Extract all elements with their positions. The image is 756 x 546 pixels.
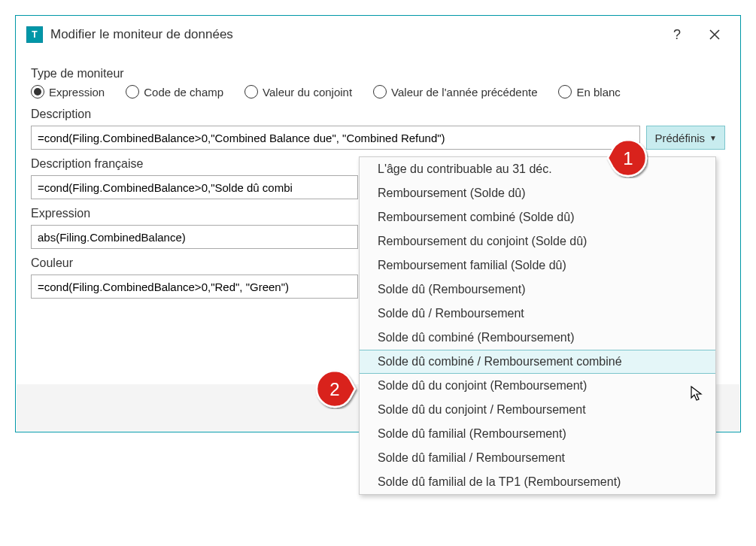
description-fr-input[interactable] bbox=[31, 175, 358, 199]
radio-label: Code de champ bbox=[144, 86, 223, 99]
radio-prev-year-value[interactable]: Valeur de l'année précédente bbox=[373, 85, 537, 99]
description-input[interactable] bbox=[31, 126, 640, 150]
radio-label: Valeur du conjoint bbox=[263, 86, 352, 99]
radio-expression[interactable]: Expression bbox=[31, 85, 105, 99]
titlebar: T Modifier le moniteur de données ? bbox=[16, 16, 740, 53]
radio-field-code[interactable]: Code de champ bbox=[126, 85, 223, 99]
dialog-title: Modifier le moniteur de données bbox=[50, 27, 233, 42]
preset-item[interactable]: Remboursement familial (Solde dû) bbox=[360, 253, 715, 278]
radio-icon bbox=[244, 85, 258, 99]
presets-button[interactable]: Prédéfinis ▼ bbox=[646, 126, 725, 150]
help-button[interactable]: ? bbox=[662, 23, 692, 46]
mouse-cursor-icon bbox=[691, 386, 704, 405]
preset-item[interactable]: Solde dû du conjoint / Remboursement bbox=[360, 398, 715, 422]
color-input[interactable] bbox=[31, 275, 358, 299]
radio-label: En blanc bbox=[576, 86, 620, 99]
description-label: Description bbox=[31, 108, 725, 121]
callout-number: 2 bbox=[329, 379, 339, 399]
monitor-type-label: Type de moniteur bbox=[31, 67, 725, 80]
close-button[interactable] bbox=[700, 23, 730, 46]
preset-item[interactable]: Solde dû familial / Remboursement bbox=[360, 446, 715, 470]
callout-marker-2: 2 bbox=[314, 369, 369, 409]
preset-item[interactable]: Solde dû (Remboursement) bbox=[360, 278, 715, 302]
preset-item[interactable]: Solde dû / Remboursement bbox=[360, 302, 715, 326]
callout-number: 1 bbox=[623, 148, 633, 168]
preset-item[interactable]: Solde dû familial de la TP1 (Rembourseme… bbox=[360, 470, 715, 494]
callout-icon: 1 bbox=[594, 138, 648, 178]
app-icon: T bbox=[26, 26, 43, 43]
preset-item[interactable]: L'âge du contribuable au 31 déc. bbox=[360, 157, 715, 181]
radio-spouse-value[interactable]: Valeur du conjoint bbox=[244, 85, 352, 99]
radio-icon bbox=[558, 85, 572, 99]
radio-icon bbox=[126, 85, 139, 99]
preset-item[interactable]: Remboursement du conjoint (Solde dû) bbox=[360, 229, 715, 253]
preset-item[interactable]: Remboursement combiné (Solde dû) bbox=[360, 205, 715, 229]
radio-label: Expression bbox=[49, 86, 105, 99]
radio-blank[interactable]: En blanc bbox=[558, 85, 620, 99]
preset-item[interactable]: Solde dû du conjoint (Remboursement) bbox=[360, 374, 715, 398]
radio-icon bbox=[31, 85, 44, 99]
preset-item[interactable]: Remboursement (Solde dû) bbox=[360, 181, 715, 205]
presets-dropdown: L'âge du contribuable au 31 déc. Rembour… bbox=[359, 156, 716, 495]
callout-marker-1: 1 bbox=[594, 138, 648, 178]
radio-icon bbox=[373, 85, 387, 99]
radio-label: Valeur de l'année précédente bbox=[391, 86, 537, 99]
preset-item[interactable]: Solde dû combiné (Remboursement) bbox=[360, 326, 715, 350]
monitor-type-radios: Expression Code de champ Valeur du conjo… bbox=[31, 85, 725, 99]
presets-button-label: Prédéfinis bbox=[654, 132, 705, 144]
close-icon bbox=[709, 29, 721, 41]
callout-icon: 2 bbox=[314, 369, 369, 409]
chevron-down-icon: ▼ bbox=[709, 134, 717, 142]
preset-item-highlighted[interactable]: Solde dû combiné / Remboursement combiné bbox=[360, 350, 715, 374]
expression-input[interactable] bbox=[31, 225, 358, 249]
preset-item[interactable]: Solde dû familial (Remboursement) bbox=[360, 422, 715, 446]
